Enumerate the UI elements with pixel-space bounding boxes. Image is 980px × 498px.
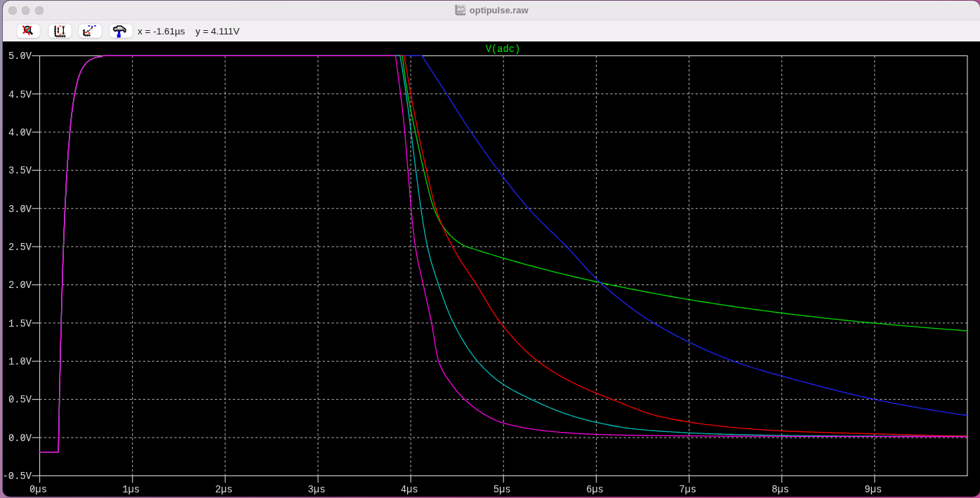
svg-text:-0.5V: -0.5V [3, 471, 32, 482]
svg-text:3µs: 3µs [308, 485, 326, 495]
svg-text:5µs: 5µs [494, 485, 511, 495]
svg-text:2µs: 2µs [215, 485, 232, 495]
svg-text:9µs: 9µs [864, 485, 882, 495]
svg-text:4.0V: 4.0V [8, 128, 32, 138]
svg-text:1.0V: 1.0V [8, 357, 32, 367]
svg-text:2.5V: 2.5V [8, 242, 32, 253]
svg-text:0.0V: 0.0V [8, 433, 32, 444]
svg-text:3.5V: 3.5V [8, 166, 32, 176]
svg-text:4.5V: 4.5V [8, 90, 32, 100]
svg-text:6µs: 6µs [586, 485, 604, 495]
svg-text:8µs: 8µs [772, 485, 789, 495]
svg-text:V(adc): V(adc) [486, 44, 521, 55]
svg-text:7µs: 7µs [679, 485, 696, 495]
svg-text:1µs: 1µs [122, 485, 140, 495]
svg-text:3.0V: 3.0V [8, 204, 32, 215]
svg-text:1.5V: 1.5V [8, 319, 32, 329]
svg-text:4µs: 4µs [401, 485, 418, 495]
svg-text:5.0V: 5.0V [8, 51, 32, 62]
svg-text:0.5V: 0.5V [8, 395, 32, 405]
svg-text:2.0V: 2.0V [8, 280, 32, 291]
